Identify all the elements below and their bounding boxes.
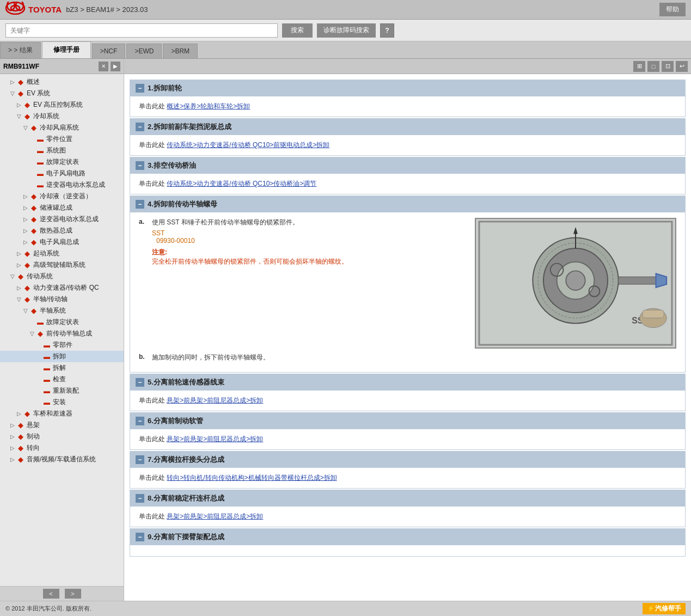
- tree-item[interactable]: ▷◆EV 高压控制系统: [0, 99, 124, 111]
- tree-item[interactable]: ▽◆传动系统: [0, 271, 124, 282]
- tree-label: 概述: [27, 77, 40, 87]
- doc-icon: ▬: [42, 353, 51, 361]
- view-grid-button[interactable]: ⊞: [633, 61, 645, 72]
- step-left: 使用 SST 和锤子松开前传动半轴螺母的锁紧部件。SST09930-00010注…: [152, 218, 469, 266]
- tree-item[interactable]: ▷◆概述: [0, 76, 124, 88]
- folder-icon: ◆: [29, 227, 38, 235]
- section-header[interactable]: −7.分离横拉杆接头分总成: [130, 452, 685, 468]
- tree-item[interactable]: ▽◆冷却风扇系统: [0, 122, 124, 133]
- tree-item[interactable]: ▷◆散热器总成: [0, 225, 124, 236]
- tree-item[interactable]: ▷◆起动系统: [0, 248, 124, 259]
- section-header[interactable]: −8.分离前稳定杆连杆总成: [130, 490, 685, 507]
- section-link[interactable]: 悬架>前悬架>前阻尼器总成>拆卸: [167, 513, 263, 520]
- tab-brm[interactable]: >BRM: [163, 44, 198, 58]
- right-panel: ⊞ □ ⊡ ↩ −1.拆卸前轮单击此处 概述>保养>轮胎和车轮>拆卸−2.拆卸前…: [124, 59, 691, 601]
- tab-results[interactable]: > 结果: [0, 42, 41, 58]
- tree-label: 系统图: [46, 146, 66, 155]
- tree-label: 逆变器电动水泵总成: [46, 180, 105, 190]
- tree-item[interactable]: ▬拆解: [0, 362, 124, 374]
- tree-expander-icon: ▷: [22, 239, 29, 245]
- collapse-icon: −: [136, 161, 144, 170]
- close-panel-button[interactable]: ✕: [99, 62, 108, 71]
- scroll-left-button[interactable]: <: [43, 589, 59, 599]
- tree-item[interactable]: ▷◆动力变速器/传动桥 QC: [0, 282, 124, 294]
- tree-label: 冷却系统: [33, 112, 59, 121]
- tree-item[interactable]: ▬检查: [0, 374, 124, 385]
- tab-ewd[interactable]: >EWD: [126, 44, 162, 58]
- section-header[interactable]: −6.分离前制动软管: [130, 413, 685, 429]
- back-button[interactable]: ↩: [676, 61, 688, 72]
- tree-item[interactable]: ▬零部件: [0, 339, 124, 351]
- tree-item[interactable]: ▷◆制动: [0, 431, 124, 442]
- tree-item[interactable]: ▷◆音频/视频/车载通信系统: [0, 454, 124, 465]
- tree-label: 故障定状表: [46, 157, 79, 167]
- view-single-button[interactable]: □: [647, 61, 659, 72]
- help-icon[interactable]: ?: [380, 23, 394, 38]
- tree-item[interactable]: ▬系统图: [0, 145, 124, 156]
- section-link[interactable]: 悬架>前悬架>前阻尼器总成>拆卸: [167, 435, 263, 443]
- tree-item[interactable]: ▬故障定状表: [0, 316, 124, 328]
- tree-item[interactable]: ▬零件位置: [0, 133, 124, 145]
- section-header[interactable]: −4.拆卸前传动半轴螺母: [130, 196, 685, 212]
- search-button[interactable]: 搜索: [282, 23, 313, 38]
- search-input[interactable]: [5, 23, 278, 38]
- tree-item[interactable]: ▬故障定状表: [0, 156, 124, 168]
- section-header[interactable]: −9.分离前下摆臂架配总成: [130, 529, 685, 545]
- tree-item[interactable]: ▷◆车桥和差速器: [0, 408, 124, 419]
- tree-item[interactable]: ▽◆半轴系统: [0, 305, 124, 316]
- diag-button[interactable]: 诊断故障码搜索: [317, 23, 376, 38]
- section-link[interactable]: 概述>保养>轮胎和车轮>拆卸: [167, 102, 250, 110]
- section-section7: −7.分离横拉杆接头分总成单击此处 转向>转向机/转向传动机构>机械转向器带横拉…: [130, 451, 686, 489]
- tree-item[interactable]: ▬安装: [0, 397, 124, 408]
- main-content[interactable]: −1.拆卸前轮单击此处 概述>保养>轮胎和车轮>拆卸−2.拆卸前副车架挡泥板总成…: [124, 74, 691, 601]
- doc-icon: ▬: [36, 136, 45, 143]
- section-link[interactable]: 传动系统>动力变速器/传动桥 QC10>前驱电动总成>拆卸: [167, 141, 329, 149]
- section-header[interactable]: −5.分离前轮速传感器线束: [130, 374, 685, 391]
- tree-item[interactable]: ▷◆储液罐总成: [0, 202, 124, 214]
- tree-label: 冷却液（逆变器）: [40, 192, 92, 201]
- tree-item[interactable]: ▽◆冷却系统: [0, 111, 124, 122]
- tree-view: ▷◆概述▽◆EV 系统▷◆EV 高压控制系统▽◆冷却系统▽◆冷却风扇系统▬零件位…: [0, 74, 124, 586]
- section-link-text: 单击此处 悬架>前悬架>前阻尼器总成>拆卸: [139, 435, 676, 444]
- section-body: 单击此处 概述>保养>轮胎和车轮>拆卸: [130, 100, 685, 117]
- folder-icon: ◆: [16, 456, 25, 463]
- tree-item[interactable]: ▬重新装配: [0, 385, 124, 397]
- section-header[interactable]: −2.拆卸前副车架挡泥板总成: [130, 119, 685, 135]
- tree-expander-icon: ▷: [15, 251, 23, 257]
- tree-item[interactable]: ▽◆EV 系统: [0, 88, 124, 99]
- section-section5: −5.分离前轮速传感器线束单击此处 悬架>前悬架>前阻尼器总成>拆卸: [130, 374, 686, 411]
- folder-icon: ◆: [16, 422, 25, 429]
- help-button[interactable]: 帮助: [659, 3, 686, 16]
- section-header[interactable]: −1.拆卸前轮: [130, 80, 685, 96]
- tree-item[interactable]: ▷◆逆变器电动水泵总成: [0, 214, 124, 225]
- section-link[interactable]: 悬架>前悬架>前阻尼器总成>拆卸: [167, 397, 263, 404]
- tab-repair[interactable]: 修理手册: [42, 41, 91, 58]
- collapse-icon: −: [136, 84, 144, 93]
- tree-item[interactable]: ▷◆冷却液（逆变器）: [0, 191, 124, 202]
- tree-item[interactable]: ▷◆电子风扇总成: [0, 236, 124, 248]
- tree-item[interactable]: ▷◆高级驾驶辅助系统: [0, 259, 124, 271]
- tree-item[interactable]: ▽◆前传动半轴总成: [0, 328, 124, 339]
- footer: © 2012 丰田汽车公司. 版权所有. ⚡汽修帮手: [0, 601, 691, 616]
- expand-panel-button[interactable]: ▶: [111, 62, 120, 71]
- section-header[interactable]: −3.排空传动桥油: [130, 157, 685, 174]
- tree-expander-icon: ▷: [9, 422, 16, 428]
- tree-item[interactable]: ▬逆变器电动水泵总成: [0, 179, 124, 191]
- tree-item[interactable]: ▽◆半轴/传动轴: [0, 294, 124, 305]
- tree-item[interactable]: ▬拆卸: [0, 351, 124, 362]
- tree-item[interactable]: ▷◆悬架: [0, 419, 124, 431]
- folder-icon: ◆: [29, 193, 38, 200]
- section-link[interactable]: 转向>转向机/转向传动机构>机械转向器带横拉杆总成>拆卸: [167, 474, 337, 481]
- section-section2: −2.拆卸前副车架挡泥板总成单击此处 传动系统>动力变速器/传动桥 QC10>前…: [130, 118, 686, 156]
- section-link-text: 单击此处 传动系统>动力变速器/传动桥 QC10>传动桥油>调节: [139, 179, 676, 188]
- tree-label: 前传动半轴总成: [46, 329, 92, 338]
- section-link[interactable]: 传动系统>动力变速器/传动桥 QC10>传动桥油>调节: [167, 180, 316, 187]
- view-split-button[interactable]: ⊡: [662, 61, 674, 72]
- scroll-right-button[interactable]: >: [65, 589, 81, 599]
- tree-item[interactable]: ▬电子风扇电路: [0, 168, 124, 179]
- tab-ncf[interactable]: >NCF: [92, 44, 126, 58]
- doc-icon: ▬: [42, 399, 51, 406]
- tree-item[interactable]: ▷◆转向: [0, 442, 124, 454]
- doc-icon: ▬: [42, 387, 51, 395]
- section-body: 单击此处 传动系统>动力变速器/传动桥 QC10>传动桥油>调节: [130, 177, 685, 194]
